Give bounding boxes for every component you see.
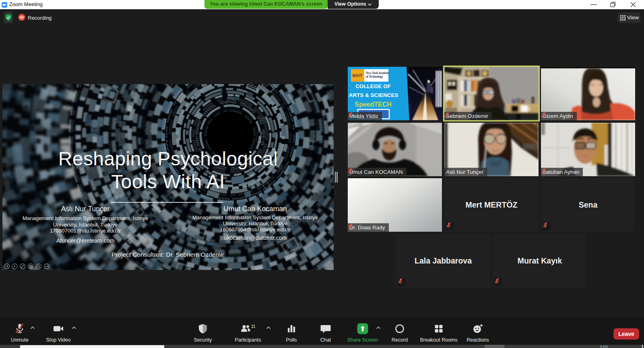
svg-text:11: 11 xyxy=(251,324,256,329)
svg-text:SpeedTECH: SpeedTECH xyxy=(355,101,392,108)
svg-text:COLLEGE OF: COLLEGE OF xyxy=(355,83,391,89)
svg-text:NYiT: NYiT xyxy=(353,73,363,78)
svg-text:ARTS & SCIENCES: ARTS & SCIENCES xyxy=(349,92,398,98)
svg-text:New York Institute: New York Institute xyxy=(366,72,389,75)
svg-text:of Technology: of Technology xyxy=(366,75,383,78)
